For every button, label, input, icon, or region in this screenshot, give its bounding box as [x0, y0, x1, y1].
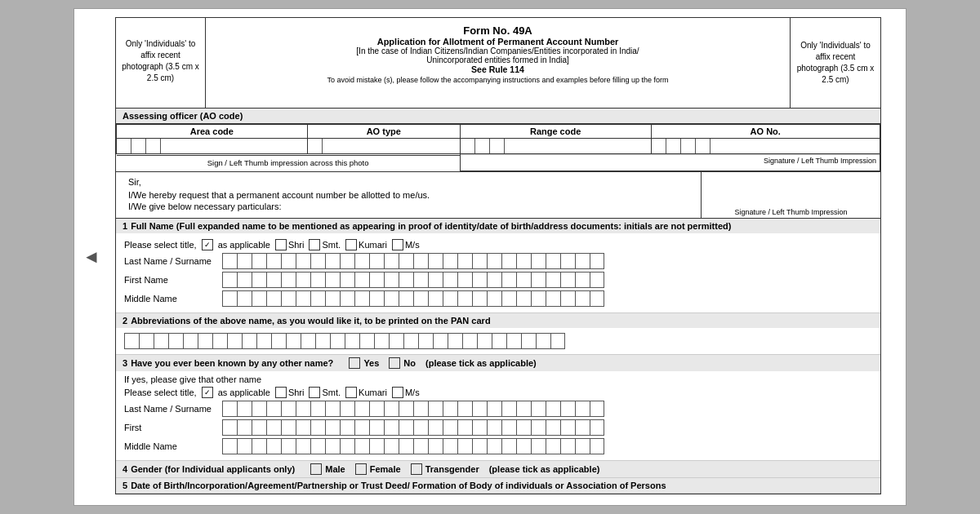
s3-smt-checkbox[interactable]: [309, 387, 320, 398]
name-input-box-14[interactable]: [428, 253, 443, 269]
name-input-box-1[interactable]: [237, 438, 252, 454]
no-checkbox[interactable]: [389, 357, 400, 369]
name-input-box-16[interactable]: [457, 438, 472, 454]
name-input-box-4[interactable]: [281, 419, 296, 436]
name-input-box-9[interactable]: [354, 290, 369, 307]
name-input-box-24[interactable]: [575, 253, 590, 269]
ao-type-cell-1[interactable]: [308, 139, 323, 153]
name-input-box-5[interactable]: [296, 401, 310, 417]
name-input-box-14[interactable]: [428, 438, 443, 454]
name-input-box-3[interactable]: [266, 290, 281, 307]
name-input-box-0[interactable]: [222, 401, 237, 417]
name-input-box-18[interactable]: [389, 333, 403, 349]
name-input-box-21[interactable]: [531, 401, 546, 417]
name-input-box-10[interactable]: [369, 438, 384, 454]
ao-type-cell-2[interactable]: [323, 139, 337, 153]
name-input-box-4[interactable]: [281, 290, 296, 307]
name-input-box-10[interactable]: [369, 253, 384, 269]
name-input-box-25[interactable]: [590, 419, 604, 436]
name-input-box-24[interactable]: [575, 290, 590, 307]
ao-no-cell-2[interactable]: [666, 139, 681, 153]
name-input-box-3[interactable]: [266, 253, 281, 269]
name-input-box-23[interactable]: [560, 272, 575, 288]
name-input-box-16[interactable]: [457, 253, 472, 269]
name-input-box-5[interactable]: [296, 438, 310, 454]
female-checkbox[interactable]: [355, 463, 367, 475]
name-input-box-0[interactable]: [222, 290, 237, 307]
name-input-box-20[interactable]: [516, 272, 531, 288]
ms-checkbox[interactable]: [392, 239, 403, 250]
name-input-box-13[interactable]: [413, 419, 428, 436]
name-input-box-1[interactable]: [237, 401, 252, 417]
name-input-box-27[interactable]: [521, 333, 536, 349]
name-input-box-14[interactable]: [330, 333, 345, 349]
name-input-box-21[interactable]: [531, 253, 546, 269]
name-input-box-13[interactable]: [413, 253, 428, 269]
s3-title-checkbox[interactable]: [202, 387, 213, 398]
name-input-box-29[interactable]: [550, 333, 565, 349]
name-input-box-26[interactable]: [506, 333, 521, 349]
name-input-box-7[interactable]: [227, 333, 242, 349]
name-input-box-13[interactable]: [315, 333, 330, 349]
name-input-box-5[interactable]: [198, 333, 212, 349]
name-input-box-4[interactable]: [281, 438, 296, 454]
name-input-box-6[interactable]: [310, 401, 325, 417]
name-input-box-3[interactable]: [266, 438, 281, 454]
name-input-box-7[interactable]: [325, 419, 340, 436]
ao-no-cell-3[interactable]: [681, 139, 696, 153]
name-input-box-4[interactable]: [281, 401, 296, 417]
name-input-box-22[interactable]: [546, 272, 560, 288]
name-input-box-21[interactable]: [531, 419, 546, 436]
name-input-box-10[interactable]: [271, 333, 286, 349]
name-input-box-8[interactable]: [340, 290, 354, 307]
name-input-box-13[interactable]: [413, 438, 428, 454]
ao-range-cell-1[interactable]: [461, 139, 475, 153]
name-input-box-18[interactable]: [487, 419, 501, 436]
name-input-box-24[interactable]: [575, 272, 590, 288]
smt-checkbox[interactable]: [309, 239, 320, 250]
name-input-box-24[interactable]: [575, 438, 590, 454]
name-input-box-2[interactable]: [252, 419, 266, 436]
name-input-box-10[interactable]: [369, 272, 384, 288]
name-input-box-22[interactable]: [546, 401, 560, 417]
name-input-box-15[interactable]: [443, 419, 457, 436]
name-input-box-16[interactable]: [457, 419, 472, 436]
ao-area-cell-4[interactable]: [161, 139, 176, 153]
name-input-box-13[interactable]: [413, 290, 428, 307]
name-input-box-24[interactable]: [575, 419, 590, 436]
name-input-box-0[interactable]: [222, 272, 237, 288]
name-input-box-15[interactable]: [443, 272, 457, 288]
name-input-box-21[interactable]: [531, 272, 546, 288]
name-input-box-9[interactable]: [354, 438, 369, 454]
name-input-box-1[interactable]: [237, 272, 252, 288]
name-input-box-12[interactable]: [399, 290, 413, 307]
name-input-box-20[interactable]: [516, 419, 531, 436]
name-input-box-13[interactable]: [413, 272, 428, 288]
name-input-box-22[interactable]: [546, 419, 560, 436]
name-input-box-7[interactable]: [325, 438, 340, 454]
name-input-box-3[interactable]: [266, 401, 281, 417]
name-input-box-2[interactable]: [154, 333, 168, 349]
name-input-box-3[interactable]: [266, 272, 281, 288]
name-input-box-10[interactable]: [369, 290, 384, 307]
ao-area-cell-1[interactable]: [117, 139, 131, 153]
name-input-box-8[interactable]: [340, 401, 354, 417]
name-input-box-4[interactable]: [281, 272, 296, 288]
name-input-box-25[interactable]: [590, 438, 604, 454]
name-input-box-11[interactable]: [384, 401, 399, 417]
name-input-box-6[interactable]: [310, 438, 325, 454]
name-input-box-25[interactable]: [590, 401, 604, 417]
s3-kumari-checkbox[interactable]: [345, 387, 357, 398]
name-input-box-7[interactable]: [325, 290, 340, 307]
name-input-box-21[interactable]: [531, 438, 546, 454]
name-input-box-18[interactable]: [487, 290, 501, 307]
name-input-box-17[interactable]: [472, 438, 487, 454]
name-input-box-17[interactable]: [472, 272, 487, 288]
name-input-box-4[interactable]: [183, 333, 198, 349]
name-input-box-7[interactable]: [325, 253, 340, 269]
name-input-box-20[interactable]: [516, 438, 531, 454]
name-input-box-2[interactable]: [252, 253, 266, 269]
name-input-box-14[interactable]: [428, 290, 443, 307]
name-input-box-11[interactable]: [384, 290, 399, 307]
name-input-box-11[interactable]: [384, 419, 399, 436]
